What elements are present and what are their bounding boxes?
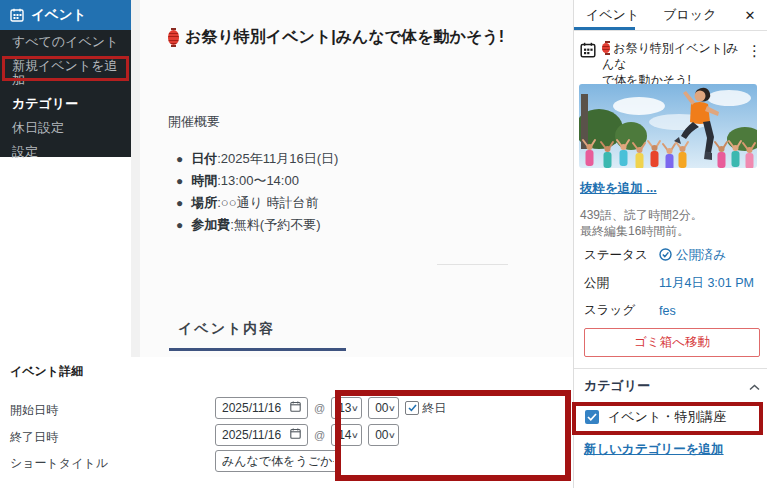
admin-sidebar: イベント すべてのイベント 新規イベントを追加 カテゴリー 休日設定 設定 [0, 0, 131, 157]
short-title-row [215, 450, 341, 472]
content-gutter [131, 0, 140, 357]
document-summary-row: お祭り特別イベント|みんな で体を動かそう! ⋮ [580, 40, 762, 88]
end-datetime-row: 2025/11/16 @ 14 ∨ 00 ∨ [215, 424, 399, 446]
tab-event-content[interactable]: イベント内容 [178, 320, 275, 338]
category-label: イベント・特別講座 [608, 408, 726, 426]
start-datetime-row: 2025/11/16 @ 13 ∨ 00 ∨ 終日 [215, 397, 446, 419]
chevron-down-icon: ∨ [350, 431, 358, 440]
calendar-icon [10, 8, 24, 22]
chevron-down-icon: ∨ [350, 404, 358, 413]
sidebar-item-all-events[interactable]: すべてのイベント [0, 30, 131, 54]
category-checkbox-row[interactable]: イベント・特別講座 [585, 408, 726, 426]
allday-label: 終日 [422, 400, 446, 417]
active-tab-underline [169, 348, 346, 351]
metabox-title: イベント詳細 [10, 363, 83, 380]
short-title-input[interactable] [215, 450, 341, 472]
slug-row: スラッグ fes [584, 302, 760, 319]
sidebar-item-categories[interactable]: カテゴリー [0, 92, 131, 116]
kebab-menu-icon[interactable]: ⋮ [747, 42, 762, 60]
move-to-trash-button[interactable]: ゴミ箱へ移動 [584, 328, 760, 357]
category-checkbox[interactable] [585, 410, 599, 424]
add-new-category-link[interactable]: 新しいカテゴリーを追加 [584, 441, 724, 458]
event-details-metabox: イベント詳細 開始日時 終了日時 ショートタイトル 2025/11/16 @ 1… [0, 357, 573, 488]
bullet-icon: ● [176, 218, 183, 232]
tab-event[interactable]: イベント [574, 0, 651, 30]
category-panel-header[interactable]: カテゴリー [584, 377, 760, 395]
short-title-input-field[interactable] [222, 454, 334, 468]
tab-block[interactable]: ブロック [651, 0, 728, 30]
end-datetime-label: 終了日時 [10, 429, 58, 446]
overview-heading[interactable]: 開催概要 [168, 113, 220, 131]
panel-divider [574, 368, 767, 369]
lantern-icon [602, 43, 610, 53]
add-excerpt-link[interactable]: 抜粋を追加 ... [580, 180, 657, 197]
check-circle-icon [659, 248, 672, 264]
bullet-icon: ● [176, 174, 183, 188]
status-published-button[interactable]: 公開済み [659, 247, 726, 264]
admin-menu-events-label: イベント [31, 6, 86, 24]
editor-canvas: お祭り特別イベント|みんなで体を動かそう! 開催概要 ●日付:2025年11月1… [140, 0, 573, 358]
post-title-text: お祭り特別イベント|みんなで体を動かそう! [185, 27, 504, 48]
end-minute-select[interactable]: 00 ∨ [368, 424, 399, 446]
at-separator: @ [314, 429, 325, 441]
document-title: お祭り特別イベント|みんな で体を動かそう! [602, 40, 740, 88]
calendar-icon[interactable] [290, 401, 301, 415]
short-title-label: ショートタイトル [10, 455, 108, 472]
status-row: ステータス 公開済み [584, 247, 760, 264]
admin-menu-events-header[interactable]: イベント [0, 0, 131, 30]
bullet-icon: ● [176, 152, 183, 166]
active-tab-underline [574, 27, 635, 30]
list-item: ●日付:2025年11月16日(日) [176, 152, 338, 166]
chevron-up-icon[interactable] [749, 379, 760, 394]
calendar-icon[interactable] [290, 428, 301, 442]
calendar-icon [580, 42, 596, 88]
close-icon[interactable]: ✕ [739, 4, 761, 26]
start-date-input[interactable]: 2025/11/16 [215, 397, 308, 419]
lantern-icon [168, 30, 179, 45]
event-detail-list[interactable]: ●日付:2025年11月16日(日) ●時間:13:00〜14:00 ●場所:○… [176, 152, 338, 240]
publish-row: 公開 11月4日 3:01 PM [584, 275, 760, 292]
sidebar-item-holiday-settings[interactable]: 休日設定 [0, 116, 131, 140]
end-date-input[interactable]: 2025/11/16 [215, 424, 308, 446]
block-separator [437, 264, 508, 265]
featured-image[interactable] [579, 84, 757, 168]
publish-date-button[interactable]: 11月4日 3:01 PM [659, 275, 754, 292]
start-minute-select[interactable]: 00 ∨ [368, 397, 399, 419]
allday-checkbox[interactable] [405, 401, 419, 415]
list-item: ●参加費:無料(予約不要) [176, 218, 338, 232]
start-datetime-label: 開始日時 [10, 402, 58, 419]
post-title[interactable]: お祭り特別イベント|みんなで体を動かそう! [168, 27, 504, 48]
at-separator: @ [314, 402, 325, 414]
chevron-down-icon: ∨ [387, 431, 395, 440]
settings-tabs: イベント ブロック ✕ [574, 0, 767, 31]
list-item: ●場所:○○通り 時計台前 [176, 196, 338, 210]
sidebar-item-settings[interactable]: 設定 [0, 140, 131, 164]
sidebar-item-add-new-event[interactable]: 新規イベントを追加 [0, 54, 131, 92]
word-count-text: 439語、読了時間2分。 [580, 207, 703, 224]
start-hour-select[interactable]: 13 ∨ [331, 397, 362, 419]
chevron-down-icon: ∨ [387, 404, 395, 413]
slug-button[interactable]: fes [659, 302, 676, 319]
end-hour-select[interactable]: 14 ∨ [331, 424, 362, 446]
last-edited-text: 最終編集16時間前。 [580, 223, 689, 240]
list-item: ●時間:13:00〜14:00 [176, 174, 338, 188]
settings-sidebar: イベント ブロック ✕ お祭り特別イベント|みんな で体を動かそう! ⋮ [573, 0, 767, 488]
bullet-icon: ● [176, 196, 183, 210]
allday-checkbox-row[interactable]: 終日 [405, 400, 446, 417]
